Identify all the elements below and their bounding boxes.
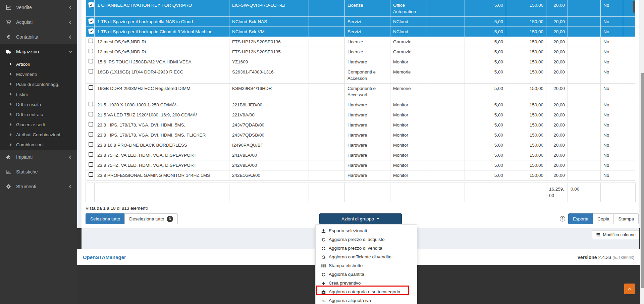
cell-flag: No (601, 170, 623, 181)
gear-icon (6, 184, 14, 189)
table-row[interactable]: 23,8 , IPS, 178/178, VGA, DVI, HDMI, 5MS… (86, 130, 636, 140)
table-row[interactable]: 16GB (1X16GB) 1RX4 DDR4-2933 R ECCS26361… (86, 67, 636, 84)
table-row[interactable]: 16GB DDR4 2933MHz ECC Registered DIMMKSM… (86, 84, 636, 100)
row-checkbox-checked[interactable] (88, 18, 94, 24)
menu-item-label: Stampa etichette (329, 262, 363, 269)
sidebar-subitem-ddt-in-entrata[interactable]: Ddt in entrata (0, 109, 77, 119)
row-checkbox-checked[interactable] (88, 28, 94, 34)
row-checkbox[interactable] (89, 102, 93, 106)
menu-item-aggiorna-coefficiente-di-vendita[interactable]: Aggiorna coefficiente di vendita (316, 253, 417, 261)
cell-price3: 20,00 (546, 160, 568, 170)
row-checkbox-checked[interactable] (88, 2, 94, 8)
chevron-right-icon (9, 83, 11, 86)
sidebar-item-acquisti[interactable]: Acquisti (0, 15, 77, 30)
table-row[interactable]: 23,8 16.8 PRO-LINE BLACK BORDERLESSI2490… (86, 140, 636, 150)
table-row[interactable]: 21,5 VA LED 75HZ 1920*1080, 16:9, 200 CD… (86, 110, 636, 120)
cell-code: I2490PXQU/BT (229, 140, 309, 150)
cell-flag: No (601, 100, 623, 110)
cell-code: FTS:HP12NS20SE0135 (229, 47, 309, 57)
row-checkbox[interactable] (89, 132, 93, 137)
table-row[interactable]: 21,5 -1920 X 1080-1000 1-250 CD/MÂ²-221B… (86, 100, 636, 110)
edit-columns-button[interactable]: Modifica colonne (592, 230, 639, 239)
row-checkbox[interactable] (89, 162, 93, 167)
sidebar-subitem-giacenze-sedi[interactable]: Giacenze sedi (0, 119, 77, 130)
export-button[interactable]: Esporta (568, 213, 593, 224)
page-scrollbar-thumb[interactable] (641, 73, 644, 288)
group-actions-label: Azioni di gruppo (341, 216, 374, 221)
copy-button[interactable]: Copia (593, 213, 614, 224)
menu-item-stampa-etichette[interactable]: Stampa etichette (316, 261, 417, 270)
articles-table-viewport: 1 CHANNEL ACTIVATION KEY FOR QVRPROLIC-S… (86, 0, 635, 183)
brand-link[interactable]: OpenSTAManager (83, 254, 126, 260)
row-checkbox[interactable] (89, 112, 93, 116)
menu-item-aggiorna-quantit-[interactable]: Aggiorna quantità (316, 270, 417, 279)
row-checkbox[interactable] (89, 122, 93, 126)
sidebar-item-vendite[interactable]: Vendite (0, 0, 77, 15)
cell-subcategory: Monitor (390, 57, 427, 67)
cart-icon (6, 20, 14, 25)
table-row[interactable]: 12 mesi OS,9x5,NBD RtFTS:HP12NS20SE0135L… (86, 47, 636, 57)
row-checkbox[interactable] (89, 49, 93, 53)
table-row[interactable]: 23,8 75HZ, VA LED, HDMI, VGA, DISPLAYPOR… (86, 160, 636, 170)
row-checkbox[interactable] (89, 142, 93, 147)
table-row[interactable]: 23,8 75HZ, VA LED, HDMI, VGA, DISPLAYPOR… (86, 150, 636, 160)
table-row[interactable]: 1 TB di Spazio per il backup della NAS i… (86, 17, 636, 27)
cell-flag: No (601, 84, 623, 100)
sidebar-subitem-listini[interactable]: Listini (0, 89, 77, 99)
cell-description: 23,8 , IPS, 178/178, VGA, DVI, HDMI, 5MS… (95, 120, 229, 130)
summary-total-1: 16.259,00 (546, 183, 568, 202)
cell-description: 23,8 75HZ, VA LED, HDMI, VGA, DISPLAYPOR… (95, 150, 229, 160)
sidebar-item-label: Impianti (16, 154, 69, 160)
cell-category: Licenze (345, 47, 390, 57)
sidebar-item-magazzino[interactable]: Magazzino (0, 44, 77, 59)
menu-item-crea-preventivo[interactable]: Crea preventivo (316, 279, 417, 288)
table-row[interactable]: 23.8 PROFESSIONAL GAMING MONITOR 144HZ 1… (86, 170, 636, 181)
group-actions-button[interactable]: Azioni di gruppo (319, 213, 402, 224)
sidebar-item-statistiche[interactable]: Statistiche (0, 164, 77, 179)
sidebar-subitem-articoli[interactable]: Articoli (0, 59, 77, 69)
table-row[interactable]: 23,8 , IPS, 178/178, VGA, DVI, HDMI, 5MS… (86, 120, 636, 130)
sidebar-item-impianti[interactable]: Impianti (0, 150, 77, 164)
table-row[interactable]: 15.6 IPS TOUCH 250CD/M2 VGA HDMI VESAYZ1… (86, 57, 636, 67)
sidebar-item-contabilit-[interactable]: €Contabilità (0, 30, 77, 44)
sidebar-subitem-movimenti[interactable]: Movimenti (0, 69, 77, 79)
cell-flag: No (601, 67, 623, 84)
cell-subcategory: Monitor (390, 110, 427, 120)
sidebar-subitem-piani-di-sconto-magg-[interactable]: Piani di sconto/magg. (0, 79, 77, 89)
row-checkbox[interactable] (89, 69, 93, 73)
menu-item-esporta-selezionati[interactable]: Esporta selezionati (316, 226, 417, 235)
cell-price2: 150,00 (506, 47, 546, 57)
chevron-up-icon (628, 288, 631, 291)
table-row[interactable]: 12 mesi OS,9x5,NBD RtFTS:HP12NS20SE0136L… (86, 37, 636, 47)
row-checkbox[interactable] (89, 152, 93, 157)
cell-category: Licenze (345, 0, 390, 17)
row-checkbox[interactable] (89, 172, 93, 177)
cell-flag: No (601, 110, 623, 120)
deselect-all-button[interactable]: Deseleziona tutto 3 (124, 213, 177, 224)
help-icon[interactable]: ? (560, 216, 565, 221)
row-checkbox[interactable] (89, 39, 93, 43)
cell-code: S26361-F4083-L316 (229, 67, 309, 84)
menu-item-aggiorna-categoria-e-sottocategoria[interactable]: Aggiorna categoria e sottocategoria (316, 288, 417, 296)
table-row[interactable]: 1 TB di Spazio per il backup in Cloud di… (86, 27, 636, 37)
cell-subcategory: Memorie (390, 67, 427, 84)
table-row[interactable]: 1 CHANNEL ACTIVATION KEY FOR QVRPROLIC-S… (86, 0, 636, 17)
menu-item-aggiorna-aliquota-iva[interactable]: %Aggiorna aliquota iva (316, 296, 417, 304)
version-label: Versione (577, 255, 597, 260)
select-all-button[interactable]: Seleziona tutto (86, 213, 125, 224)
chevron-left-icon (69, 185, 72, 188)
row-checkbox[interactable] (89, 85, 93, 90)
print-button[interactable]: Stampa (613, 213, 639, 224)
menu-item-aggiorna-prezzo-di-acquisto[interactable]: Aggiorna prezzo di acquisto (316, 235, 417, 244)
menu-item-aggiorna-prezzo-di-vendita[interactable]: Aggiorna prezzo di vendita (316, 244, 417, 253)
sidebar-item-strumenti[interactable]: Strumenti (0, 179, 77, 194)
sidebar-subitem-ddt-in-uscita[interactable]: Ddt in uscita (0, 99, 77, 109)
page-scrollbar[interactable] (640, 0, 644, 304)
row-checkbox[interactable] (89, 59, 93, 63)
sidebar-subitem-combinazioni[interactable]: Combinazioni (0, 140, 77, 150)
back-to-top-button[interactable] (624, 284, 635, 294)
cell-subcategory: Monitor (390, 150, 427, 160)
table-scrollbar-thumb[interactable] (633, 1, 635, 13)
cell-description: 12 mesi OS,9x5,NBD Rt (95, 37, 229, 47)
sidebar-subitem-attributi-combinazioni[interactable]: Attributi Combinazioni (0, 130, 77, 140)
